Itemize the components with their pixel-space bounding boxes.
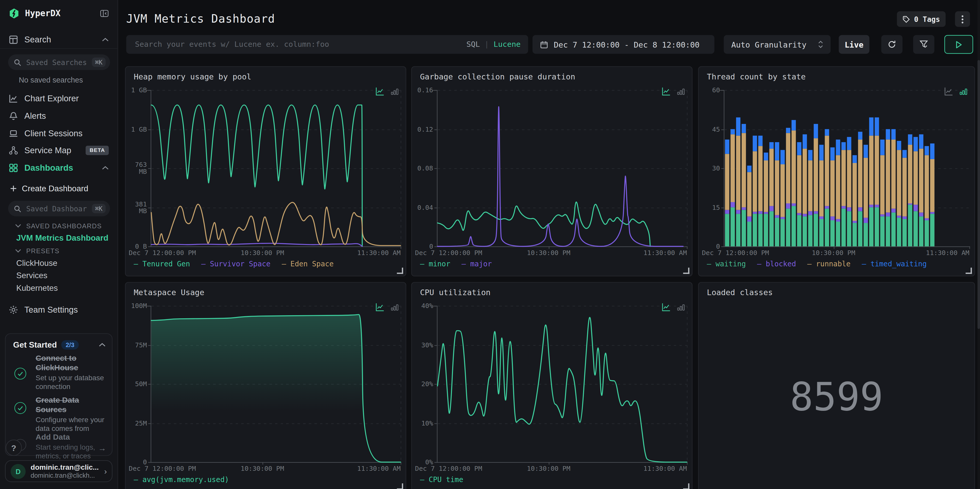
y-axis-cap (432, 90, 437, 91)
scrollbar-thumb[interactable] (977, 60, 980, 329)
bar-segment-blocked (880, 214, 885, 217)
granularity-value: Auto Granularity (731, 40, 807, 49)
scrollbar[interactable] (977, 0, 980, 489)
user-account-button[interactable]: D dominic.tran@clic... dominic.tran@clic… (5, 460, 112, 482)
legend-item[interactable]: — avg(jvm.memory.used) (134, 475, 229, 484)
bar-segment-timed_waiting (819, 145, 824, 161)
bar-segment-runnable (891, 140, 896, 209)
sidebar-item-services[interactable]: Services (16, 271, 47, 280)
x-axis-tick (262, 462, 263, 465)
legend-item[interactable]: — Eden Space (282, 260, 334, 268)
line-chart-icon[interactable] (662, 87, 671, 96)
run-query-button[interactable] (944, 35, 973, 54)
resize-handle[interactable] (397, 483, 403, 489)
bar-segment-runnable (919, 148, 923, 212)
date-range-value: Dec 7 12:00:00 - Dec 8 12:00:00 (554, 40, 700, 49)
collapse-sidebar-icon[interactable] (100, 9, 109, 17)
bar-segment-timed_waiting (808, 150, 813, 161)
chevron-up-icon[interactable] (102, 37, 109, 41)
query-language-toggle[interactable]: SQL | Lucene (466, 40, 520, 49)
y-axis-label: 15 (699, 204, 720, 211)
bar-segment-waiting (775, 218, 779, 246)
saved-dashboards-input[interactable] (25, 204, 88, 213)
sidebar-item-kubernetes[interactable]: Kubernetes (16, 284, 58, 293)
lucene-option[interactable]: Lucene (493, 40, 520, 49)
sidebar-item-client-sessions[interactable]: Client Sessions (0, 126, 118, 140)
chevron-down-icon (15, 249, 21, 253)
legend-item[interactable]: — Tenured Gen (134, 260, 190, 268)
bar-segment-runnable (825, 136, 829, 206)
legend-item[interactable]: — CPU time (420, 475, 463, 484)
y-axis-tick (434, 423, 437, 424)
bar-segment-blocked (770, 206, 774, 211)
tags-button[interactable]: 0 Tags (897, 11, 946, 27)
bar-chart-icon[interactable] (677, 303, 685, 311)
saved-searches-input[interactable] (25, 57, 88, 67)
x-axis-tick (549, 246, 549, 249)
more-options-button[interactable] (955, 11, 970, 27)
bar-segment-waiting (875, 207, 879, 246)
service-map-icon (9, 145, 18, 155)
y-axis-label: 50M (126, 381, 147, 387)
filter-button[interactable] (913, 35, 934, 54)
bar-chart-icon[interactable] (677, 87, 685, 96)
legend-item[interactable]: — runnable (807, 260, 850, 268)
sidebar-item-label: Client Sessions (24, 129, 83, 138)
bar-segment-blocked (731, 202, 735, 207)
refresh-button[interactable] (881, 35, 903, 54)
saved-dashboards-searchbox[interactable]: ⌘K (8, 201, 110, 217)
resize-handle[interactable] (966, 268, 972, 274)
sidebar-item-dashboards[interactable]: Dashboards (0, 161, 118, 175)
x-axis-label: 10:30:00 PM (527, 249, 570, 256)
y-axis-label: 30% (412, 341, 433, 348)
bar-segment-timed_waiting (775, 142, 779, 161)
line-chart-icon[interactable] (375, 87, 384, 96)
legend-item[interactable]: — minor (420, 260, 450, 268)
select-chevrons-icon (818, 41, 823, 48)
y-axis-label: 30 (699, 165, 720, 172)
line-chart-icon[interactable] (375, 303, 384, 311)
event-search-input[interactable] (134, 39, 461, 49)
legend-item[interactable]: — Survivor Space (201, 260, 270, 268)
x-axis-label: 10:30:00 PM (241, 249, 284, 256)
sidebar-item-service-map[interactable]: Service Map BETA (0, 143, 118, 157)
sidebar-item-clickhouse[interactable]: ClickHouse (16, 258, 57, 268)
sql-option[interactable]: SQL (466, 40, 480, 49)
presets-section-header[interactable]: PRESETS (15, 247, 59, 255)
legend-item[interactable]: — blocked (757, 260, 796, 268)
help-button[interactable]: ? (6, 440, 22, 456)
resize-handle[interactable] (397, 268, 403, 274)
bar-segment-waiting (808, 215, 813, 247)
sidebar-item-alerts[interactable]: Alerts (0, 109, 118, 123)
sidebar-item-search[interactable]: Search (0, 32, 118, 46)
bar-chart-icon[interactable] (390, 303, 399, 311)
resize-handle[interactable] (683, 268, 689, 274)
bar-chart-icon[interactable] (959, 87, 968, 96)
sidebar-item-jvm-dashboard[interactable]: JVM Metrics Dashboard (16, 233, 108, 242)
sidebar-item-chart-explorer[interactable]: Chart Explorer (0, 91, 118, 105)
chevron-up-icon[interactable] (99, 343, 106, 347)
saved-searches-searchbox[interactable]: ⌘K (8, 54, 110, 70)
line-chart-icon[interactable] (944, 87, 953, 96)
chart-plot (724, 90, 969, 246)
bar-chart-icon[interactable] (390, 87, 399, 96)
legend-item[interactable]: — timed_waiting (862, 260, 926, 268)
granularity-select[interactable]: Auto Granularity (724, 35, 830, 54)
legend-item[interactable]: — major (461, 260, 492, 268)
date-range-picker[interactable]: Dec 7 12:00:00 - Dec 8 12:00:00 (533, 35, 714, 54)
get-started-step-sources[interactable]: Create Data Sources Configure where your… (13, 396, 106, 433)
saved-dashboards-section-header[interactable]: SAVED DASHBOARDS (15, 222, 102, 229)
y-axis-label: 100M (126, 303, 147, 309)
sidebar-item-team-settings[interactable]: Team Settings (0, 303, 118, 317)
get-started-step-add-data[interactable]: Add Data Start sending logs, metrics, or… (13, 433, 106, 460)
resize-handle[interactable] (683, 483, 689, 489)
legend-item[interactable]: — waiting (707, 260, 746, 268)
bar-segment-waiting (830, 220, 835, 246)
bar-segment-blocked (758, 211, 762, 213)
line-chart-icon[interactable] (662, 303, 671, 311)
chevron-up-icon[interactable] (102, 165, 109, 170)
event-search-box[interactable]: SQL | Lucene (126, 35, 528, 54)
live-button[interactable]: Live (839, 35, 869, 54)
get-started-step-connect[interactable]: Connect to ClickHouse Set up your databa… (13, 354, 106, 391)
create-dashboard-button[interactable]: Create Dashboard (0, 181, 118, 195)
